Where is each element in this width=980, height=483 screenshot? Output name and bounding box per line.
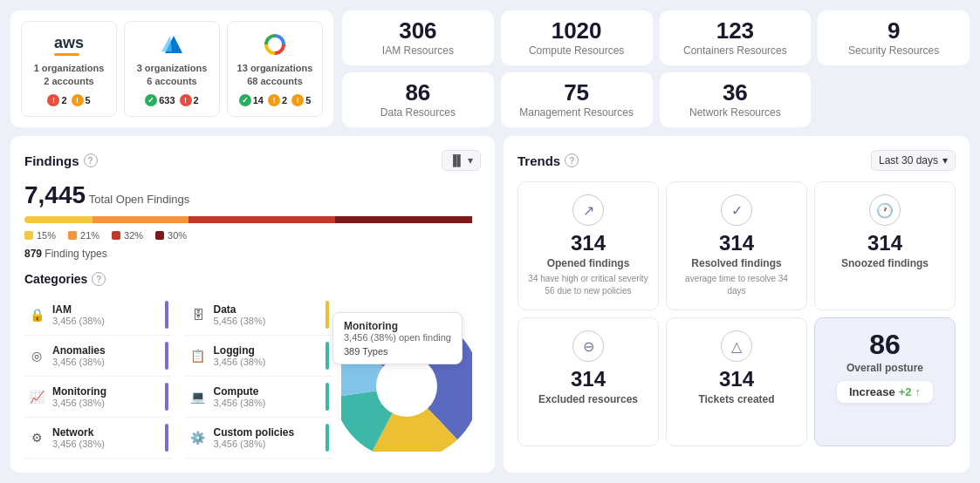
gcp-badge-green: ✓14 xyxy=(239,94,264,106)
cat-compute[interactable]: 💻 Compute 3,456 (38%) xyxy=(186,377,333,418)
azure-card[interactable]: 3 organizations6 accounts ✓633 !2 xyxy=(124,21,220,117)
categories-help-icon[interactable]: ? xyxy=(92,272,106,286)
cat-iam-name: IAM xyxy=(52,303,105,316)
trends-grid: ↗ 314 Opened findings 34 have high or cr… xyxy=(517,181,956,446)
progress-bar xyxy=(24,216,481,223)
cat-network-count: 3,456 (38%) xyxy=(52,439,105,449)
resource-management[interactable]: 75 Management Resources xyxy=(501,72,653,127)
resource-security[interactable]: 9 Security Resources xyxy=(818,10,970,65)
legend-darkred-pct: 30% xyxy=(168,230,187,241)
resource-iam[interactable]: 306 IAM Resources xyxy=(342,10,494,65)
trends-help-icon[interactable]: ? xyxy=(565,153,579,167)
aws-red-dot: ! xyxy=(47,94,59,106)
iam-icon: 🔒 xyxy=(28,306,45,323)
aws-orgs: 1 organizations2 accounts xyxy=(34,62,105,89)
cat-col-left: 🔒 IAM 3,456 (38%) ◎ Anomalies 3,456 xyxy=(24,295,172,459)
aws-badges: !2 !5 xyxy=(47,94,90,106)
cat-monitoring-bar xyxy=(165,383,168,411)
trends-title: Trends ? xyxy=(517,153,579,168)
cat-logging-text: Logging 3,456 (38%) xyxy=(214,344,266,367)
opened-sub: 34 have high or critical severity56 due … xyxy=(528,273,648,297)
management-number: 75 xyxy=(564,81,589,104)
aws-card[interactable]: aws 1 organizations2 accounts !2 !5 xyxy=(21,21,117,117)
findings-panel: Findings ? ▐▌ ▾ 7,445 Total Open Finding… xyxy=(10,136,495,473)
trend-resolved[interactable]: ✓ 314 Resolved findings average time to … xyxy=(666,181,807,310)
svg-point-6 xyxy=(376,356,437,417)
top-section: aws 1 organizations2 accounts !2 !5 xyxy=(10,10,970,127)
iam-label: IAM Resources xyxy=(382,44,454,57)
gcp-green-dot: ✓ xyxy=(239,94,251,106)
cat-logging[interactable]: 📋 Logging 3,456 (38%) xyxy=(186,336,333,377)
cat-monitoring-count: 3,456 (38%) xyxy=(52,398,106,408)
tickets-label: Tickets created xyxy=(698,393,774,405)
cat-iam-bar xyxy=(165,301,168,329)
increase-value: +2 xyxy=(899,385,912,398)
categories-title: Categories ? xyxy=(24,272,481,286)
trends-header: Trends ? Last 30 days ▾ xyxy=(517,150,956,171)
snoozed-number: 314 xyxy=(867,233,902,254)
aws-orange-dot: ! xyxy=(72,94,84,106)
compute-number: 1020 xyxy=(552,19,602,42)
compute-icon: 💻 xyxy=(189,388,207,405)
findings-help-icon[interactable]: ? xyxy=(84,153,98,167)
cat-compute-count: 3,456 (38%) xyxy=(214,398,266,408)
resource-containers[interactable]: 123 Containers Resources xyxy=(660,10,812,65)
data-icon: 🗄 xyxy=(189,306,207,323)
cat-compute-name: Compute xyxy=(214,385,266,398)
management-label: Management Resources xyxy=(519,106,634,119)
resource-compute[interactable]: 1020 Compute Resources xyxy=(501,10,653,65)
cat-monitoring-name: Monitoring xyxy=(52,385,106,398)
findings-title: Findings ? xyxy=(24,153,98,168)
monitoring-icon: 📈 xyxy=(28,388,45,405)
cat-compute-bar xyxy=(326,383,329,411)
cat-custom[interactable]: ⚙️ Custom policies 3,456 (38%) xyxy=(186,418,333,459)
cat-iam[interactable]: 🔒 IAM 3,456 (38%) xyxy=(24,295,172,336)
compute-label: Compute Resources xyxy=(529,44,624,57)
trend-tickets[interactable]: △ 314 Tickets created xyxy=(666,317,807,446)
trend-posture[interactable]: 86 Overall posture Increase +2 ↑ xyxy=(814,317,956,446)
chart-type-button[interactable]: ▐▌ ▾ xyxy=(442,150,481,171)
containers-number: 123 xyxy=(716,19,754,42)
excluded-icon: ⊖ xyxy=(572,330,604,362)
network-number: 36 xyxy=(723,81,748,104)
tooltip-types: 389 Types xyxy=(344,346,451,357)
azure-badge-green: ✓633 xyxy=(145,94,175,106)
custom-icon: ⚙️ xyxy=(189,429,207,446)
azure-logo xyxy=(158,31,186,58)
cat-compute-text: Compute 3,456 (38%) xyxy=(214,385,266,408)
aws-underline xyxy=(54,53,79,56)
cat-logging-name: Logging xyxy=(214,344,266,357)
legend-row: 15% 21% 32% 30% xyxy=(24,230,481,241)
resource-data[interactable]: 86 Data Resources xyxy=(342,72,494,127)
total-findings: 7,445 Total Open Findings xyxy=(24,181,481,209)
resolved-label: Resolved findings xyxy=(691,257,781,269)
legend-yellow-pct: 15% xyxy=(37,230,56,241)
total-number: 7,445 xyxy=(24,181,86,208)
cat-network[interactable]: ⚙ Network 3,456 (38%) xyxy=(24,418,172,459)
resolved-sub: average time to resolve 34 days xyxy=(675,273,798,297)
gcp-badges: ✓14 !2 !5 xyxy=(239,94,312,106)
resource-network[interactable]: 36 Network Resources xyxy=(660,72,812,127)
gcp-card[interactable]: 13 organizations68 accounts ✓14 !2 !5 xyxy=(227,21,323,117)
increase-badge: Increase +2 ↑ xyxy=(837,381,933,403)
azure-green-dot: ✓ xyxy=(145,94,157,106)
pb-darkred xyxy=(335,216,472,223)
cat-custom-count: 3,456 (38%) xyxy=(214,439,295,449)
legend-yellow-dot xyxy=(24,231,33,240)
security-number: 9 xyxy=(887,19,900,42)
snoozed-label: Snoozed findings xyxy=(841,257,929,269)
trends-title-text: Trends xyxy=(517,153,560,168)
trend-excluded[interactable]: ⊖ 314 Excluded resources xyxy=(517,317,659,446)
period-select[interactable]: Last 30 days ▾ xyxy=(871,150,956,171)
chart-controls: ▐▌ ▾ xyxy=(442,150,481,171)
cat-data-count: 5,456 (38%) xyxy=(214,316,266,326)
aws-text: aws xyxy=(54,34,84,52)
cat-data[interactable]: 🗄 Data 5,456 (38%) xyxy=(186,295,333,336)
cat-monitoring[interactable]: 📈 Monitoring 3,456 (38%) xyxy=(24,377,172,418)
trends-panel: Trends ? Last 30 days ▾ ↗ 314 Opened fin… xyxy=(504,136,970,473)
cat-anomalies-count: 3,456 (38%) xyxy=(52,357,106,367)
trend-opened[interactable]: ↗ 314 Opened findings 34 have high or cr… xyxy=(517,181,659,310)
cat-anomalies[interactable]: ◎ Anomalies 3,456 (38%) xyxy=(24,336,172,377)
trend-snoozed[interactable]: 🕐 314 Snoozed findings xyxy=(814,181,956,310)
data-number: 86 xyxy=(405,81,430,104)
